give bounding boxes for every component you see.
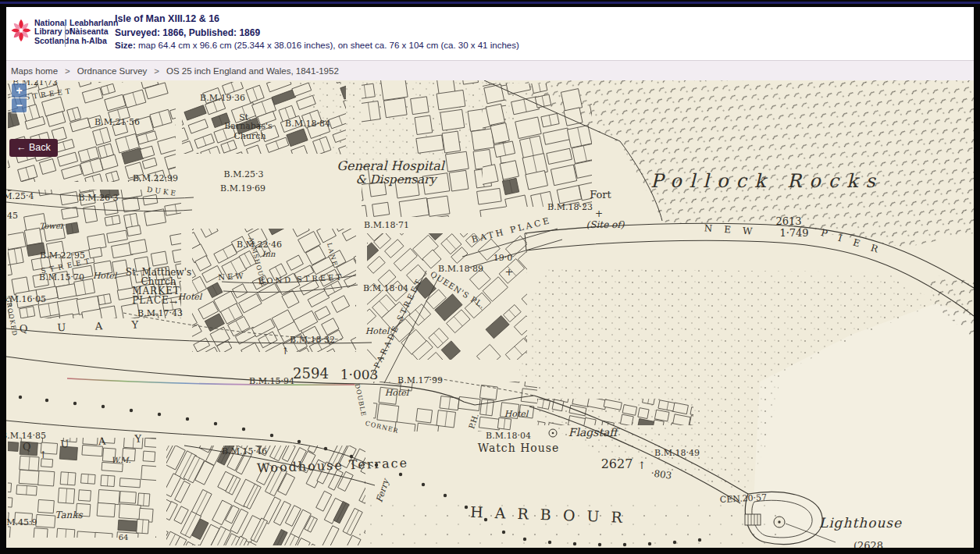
brand-line: Nàiseanta xyxy=(69,27,118,36)
brand-line: Scotland xyxy=(34,37,72,45)
size-label: Size: xyxy=(115,41,136,50)
nls-logo-icon xyxy=(9,13,33,48)
zoom-control: + − xyxy=(10,82,28,114)
breadcrumb-separator: > xyxy=(154,66,159,76)
breadcrumb-ordnance-survey[interactable]: Ordnance Survey xyxy=(77,66,148,76)
breadcrumb: Maps home > Ordnance Survey > OS 25 inch… xyxy=(6,60,974,80)
brand-line: na h-Alba xyxy=(69,37,118,45)
map-title-block: Isle of Man XIII.12 & 16 Surveyed: 1866,… xyxy=(115,13,519,51)
map-canvas[interactable]: B.M.21·73STREETB.M.21·56B.M.19·36St.Barn… xyxy=(6,80,974,548)
brand-english: National Library of Scotland xyxy=(34,19,72,45)
site-header: National Library of Scotland Leabharlann… xyxy=(6,7,974,60)
survey-date-line: Surveyed: 1866, Published: 1869 xyxy=(115,28,519,38)
brand-divider xyxy=(65,20,66,47)
map-image xyxy=(6,80,974,548)
page-title: Isle of Man XIII.12 & 16 xyxy=(115,13,519,24)
size-line: Size: map 64.4 cm x 96.6 cm (25.344 x 38… xyxy=(115,41,519,51)
breadcrumb-separator: > xyxy=(65,66,70,76)
brand-line: Library of xyxy=(34,27,72,36)
breadcrumb-maps-home[interactable]: Maps home xyxy=(11,66,58,76)
back-button[interactable]: ← Back xyxy=(9,139,58,157)
zoom-in-button[interactable]: + xyxy=(12,83,27,98)
top-accent-line xyxy=(0,2,980,4)
page: National Library of Scotland Leabharlann… xyxy=(6,7,974,548)
zoom-out-button[interactable]: − xyxy=(12,98,27,112)
nls-logo[interactable] xyxy=(9,13,33,51)
breadcrumb-current-series[interactable]: OS 25 inch England and Wales, 1841-1952 xyxy=(166,66,339,76)
brand-gaelic: Leabharlann Nàiseanta na h-Alba xyxy=(69,19,118,45)
size-value: map 64.4 cm x 96.6 cm (25.344 x 38.016 i… xyxy=(136,41,519,50)
